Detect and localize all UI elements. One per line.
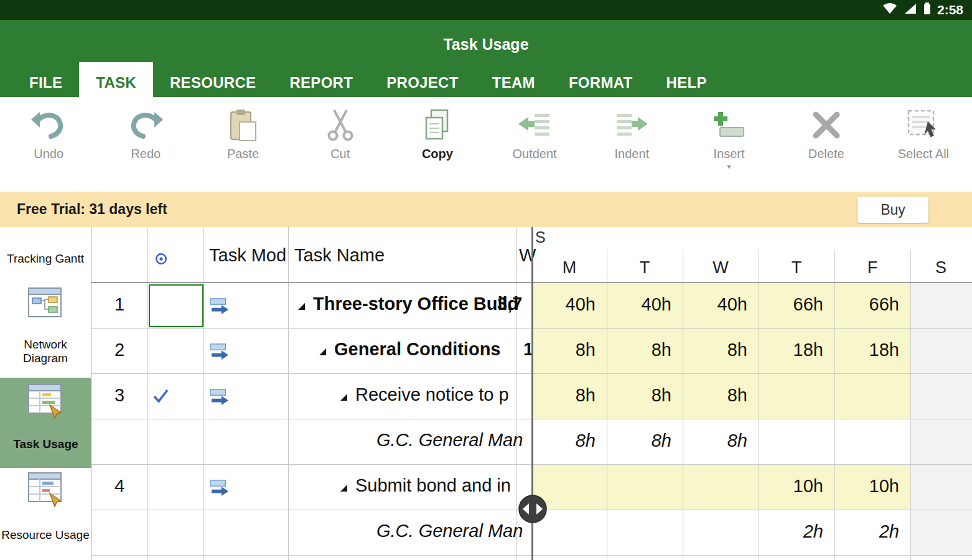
task-name-cell[interactable]: G.C. General Man	[376, 430, 523, 450]
day-cell[interactable]: 66h	[762, 294, 823, 315]
task-mode-icon[interactable]	[210, 297, 231, 317]
outdent-button[interactable]: Outdent	[486, 97, 583, 192]
task-name-cell[interactable]: Submit bond and in	[355, 475, 511, 496]
day-cell-fill	[683, 465, 759, 510]
cell-signal-icon	[904, 3, 917, 17]
status-bar: 2:58	[0, 0, 972, 20]
day-cell[interactable]: 8h	[536, 385, 596, 406]
app-bar: Task Usage	[0, 20, 972, 68]
completed-check-icon	[152, 388, 169, 406]
insert-icon	[713, 107, 745, 143]
redo-icon	[128, 107, 163, 143]
paste-button[interactable]: Paste	[194, 97, 291, 192]
cut-icon	[327, 107, 354, 143]
day-cell[interactable]: 8h	[610, 340, 671, 360]
indent-button[interactable]: Indent	[583, 97, 680, 192]
row-number[interactable]: 4	[91, 476, 147, 497]
splitter-handle[interactable]	[518, 495, 547, 526]
redo-button[interactable]: Redo	[97, 97, 194, 192]
s-column-fill	[910, 465, 972, 510]
task-mode-icon[interactable]	[210, 388, 231, 408]
selected-cell-border	[149, 284, 203, 327]
delete-button[interactable]: Delete	[778, 97, 875, 192]
day-cell[interactable]: 8h	[686, 431, 747, 451]
select-all-button[interactable]: Select All	[875, 97, 972, 192]
task-mode-icon[interactable]	[210, 343, 231, 363]
cut-button[interactable]: Cut	[292, 97, 389, 192]
paste-label: Paste	[227, 147, 259, 161]
expand-collapse-icon[interactable]	[340, 393, 348, 404]
day-cell-fill	[834, 374, 910, 419]
undo-label: Undo	[34, 147, 63, 161]
copy-icon	[423, 107, 452, 143]
paste-icon	[228, 107, 257, 143]
day-cell[interactable]: 40h	[536, 294, 596, 315]
day-cell[interactable]: 8h	[536, 340, 596, 360]
status-time: 2:58	[937, 2, 963, 17]
task-mode-icon[interactable]	[210, 479, 231, 499]
s-column-fill	[910, 510, 972, 556]
select-all-icon	[907, 107, 940, 143]
tab-team[interactable]: TEAM	[475, 68, 552, 97]
tab-help[interactable]: HELP	[650, 68, 724, 97]
outdent-icon	[517, 107, 552, 143]
tab-format[interactable]: FORMAT	[552, 68, 650, 97]
insert-dropdown-caret[interactable]: ▾	[727, 164, 731, 170]
delete-label: Delete	[808, 147, 844, 161]
tab-resource[interactable]: RESOURCE	[153, 68, 273, 97]
tab-task[interactable]: TASK	[79, 62, 153, 97]
task-name-cell[interactable]: General Conditions	[334, 339, 500, 360]
expand-collapse-icon[interactable]	[340, 483, 348, 495]
undo-button[interactable]: Undo	[0, 97, 97, 192]
day-cell[interactable]: 8h	[610, 431, 671, 451]
toolbar: Undo Redo Paste Cut Copy	[0, 97, 972, 192]
day-cell[interactable]: 8h	[686, 385, 747, 406]
buy-button[interactable]: Buy	[858, 197, 928, 223]
day-cell[interactable]: 2h	[762, 521, 823, 542]
grid-line-vertical	[683, 250, 683, 560]
redo-label: Redo	[131, 147, 161, 161]
row-number[interactable]: 1	[91, 294, 147, 315]
expand-collapse-icon[interactable]	[319, 347, 327, 358]
s-column-fill	[910, 283, 972, 329]
outdent-label: Outdent	[513, 147, 557, 161]
work-value-partial: 3,7	[497, 294, 522, 314]
insert-button[interactable]: Insert ▾	[680, 97, 777, 192]
grid-line-vertical	[834, 250, 835, 560]
day-cell[interactable]: 10h	[762, 476, 823, 497]
day-cell-fill	[607, 465, 683, 510]
copy-button[interactable]: Copy	[389, 97, 486, 192]
tab-file[interactable]: FILE	[12, 68, 79, 97]
day-cell[interactable]: 8h	[610, 385, 671, 406]
page-title: Task Usage	[443, 35, 528, 54]
day-cell[interactable]: 2h	[838, 521, 899, 542]
grid-line-vertical	[607, 250, 607, 560]
s-column-fill	[910, 329, 972, 374]
day-cell[interactable]: 10h	[838, 476, 899, 497]
tab-report[interactable]: REPORT	[273, 68, 370, 97]
battery-icon	[923, 2, 931, 17]
day-cell[interactable]: 18h	[838, 340, 899, 360]
copy-label: Copy	[422, 147, 453, 161]
task-name-cell[interactable]: G.C. General Man	[376, 521, 523, 541]
day-cell-fill	[759, 374, 834, 419]
indent-label: Indent	[614, 147, 649, 161]
day-cell[interactable]: 40h	[686, 294, 747, 315]
row-number[interactable]: 2	[91, 340, 147, 360]
day-cell[interactable]: 8h	[686, 340, 747, 360]
expand-collapse-icon[interactable]	[297, 302, 306, 313]
task-name-cell[interactable]: Receive notice to p	[355, 385, 509, 405]
task-name-cell[interactable]: Three-story Office Build	[313, 294, 518, 314]
menu-bar: FILE TASK RESOURCE REPORT PROJECT TEAM F…	[0, 68, 972, 97]
day-cell[interactable]: 18h	[762, 340, 823, 360]
s-column-fill	[910, 419, 972, 465]
row-number[interactable]: 3	[91, 385, 147, 406]
select-all-label: Select All	[898, 147, 949, 161]
grid-line-vertical	[910, 250, 911, 560]
day-cell[interactable]: 66h	[838, 294, 899, 315]
tab-project[interactable]: PROJECT	[370, 68, 475, 97]
day-cell[interactable]: 8h	[536, 431, 596, 451]
day-cell[interactable]: 40h	[610, 294, 671, 315]
insert-label: Insert	[713, 147, 744, 161]
main-content: Tracking Gantt Network Diagram Task Usag…	[0, 227, 972, 560]
